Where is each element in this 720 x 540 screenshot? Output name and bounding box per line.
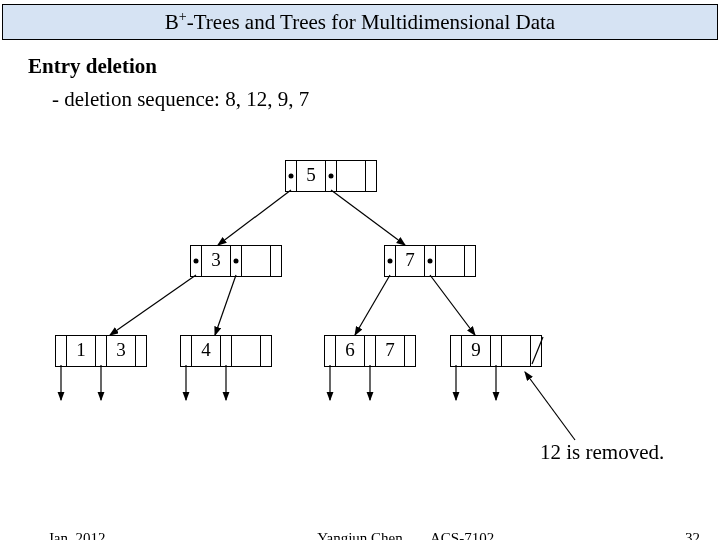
- title-prefix: B: [165, 10, 179, 34]
- svg-line-2: [110, 275, 196, 335]
- slide-title: B+-Trees and Trees for Multidimensional …: [2, 4, 718, 40]
- footer-course: ACS-7102: [430, 530, 494, 540]
- key-cell: 4: [192, 336, 221, 366]
- svg-line-15: [525, 372, 575, 440]
- key-cell: [242, 246, 271, 276]
- annotation-text: 12 is removed.: [540, 440, 664, 465]
- footer-page: 32: [685, 530, 700, 540]
- internal-node: 3: [190, 245, 282, 277]
- key-cell: [436, 246, 465, 276]
- svg-line-0: [218, 190, 291, 245]
- leaf-node: 4: [180, 335, 272, 367]
- pointer-cell: [451, 336, 462, 366]
- pointer-cell: [261, 336, 271, 366]
- footer-author: Yangjun Chen: [0, 530, 720, 540]
- pointer-cell: [221, 336, 232, 366]
- key-cell: 5: [297, 161, 326, 191]
- pointer-cell: [136, 336, 146, 366]
- svg-line-1: [331, 190, 405, 245]
- pointer-cell: [385, 246, 396, 276]
- pointer-cell: [231, 246, 242, 276]
- pointer-cell: [326, 161, 337, 191]
- leaf-node: 9: [450, 335, 542, 367]
- pointer-cell: [465, 246, 475, 276]
- svg-line-3: [215, 275, 236, 335]
- leaf-node: 6 7: [324, 335, 416, 367]
- pointer-cell: [181, 336, 192, 366]
- title-rest: -Trees and Trees for Multidimensional Da…: [187, 10, 555, 34]
- pointer-cell: [491, 336, 502, 366]
- svg-line-5: [430, 275, 475, 335]
- pointer-cell: [191, 246, 202, 276]
- leaf-node: 1 3: [55, 335, 147, 367]
- key-cell: 3: [202, 246, 231, 276]
- internal-node: 7: [384, 245, 476, 277]
- svg-line-4: [355, 275, 390, 335]
- pointer-cell: [425, 246, 436, 276]
- key-cell: [502, 336, 531, 366]
- deletion-sequence: - deletion sequence: 8, 12, 9, 7: [52, 87, 692, 112]
- pointer-cell: [56, 336, 67, 366]
- key-cell: 1: [67, 336, 96, 366]
- pointer-cell: [365, 336, 376, 366]
- key-cell: [232, 336, 261, 366]
- pointer-cell: [96, 336, 107, 366]
- key-cell: 3: [107, 336, 136, 366]
- pointer-cell: [405, 336, 415, 366]
- pointer-cell: [271, 246, 281, 276]
- root-node: 5: [285, 160, 377, 192]
- key-cell: 7: [376, 336, 405, 366]
- key-cell: [337, 161, 366, 191]
- title-superscript: +: [179, 9, 187, 24]
- section-heading: Entry deletion: [28, 54, 692, 79]
- key-cell: 9: [462, 336, 491, 366]
- key-cell: 6: [336, 336, 365, 366]
- key-cell: 7: [396, 246, 425, 276]
- pointer-cell: [531, 336, 541, 366]
- pointer-cell: [325, 336, 336, 366]
- pointer-cell: [286, 161, 297, 191]
- pointer-cell: [366, 161, 376, 191]
